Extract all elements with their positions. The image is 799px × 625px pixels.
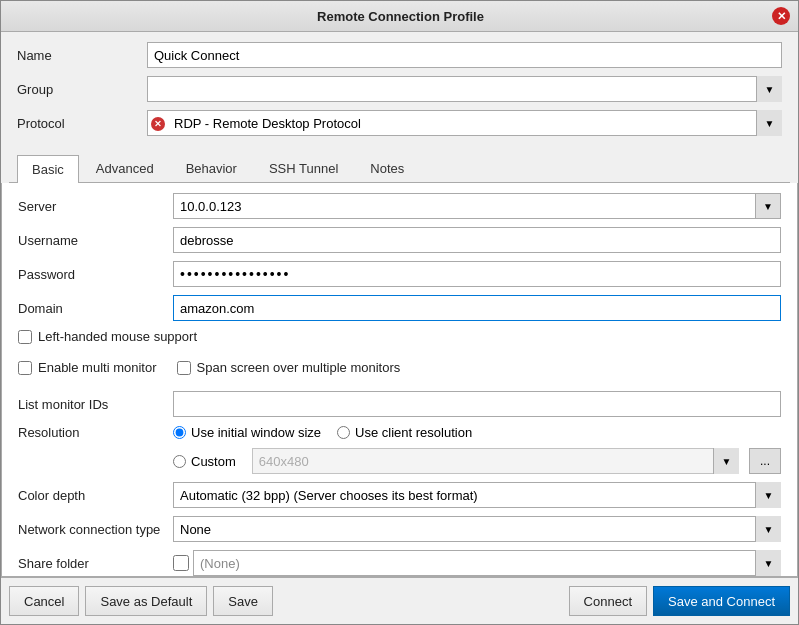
top-form: Name Group ▼ Protocol RDP - Remote Deskt… xyxy=(1,32,798,146)
use-initial-radio-option[interactable]: Use initial window size xyxy=(173,425,321,440)
left-handed-label: Left-handed mouse support xyxy=(38,329,197,344)
color-depth-row: Color depth Automatic (32 bpp) (Server c… xyxy=(18,482,781,508)
tabs-container: Basic Advanced Behavior SSH Tunnel Notes xyxy=(1,150,798,183)
use-client-radio-option[interactable]: Use client resolution xyxy=(337,425,472,440)
monitor-ids-label: List monitor IDs xyxy=(18,397,163,412)
color-depth-select-wrap: Automatic (32 bpp) (Server chooses its b… xyxy=(173,482,781,508)
cancel-button[interactable]: Cancel xyxy=(9,586,79,616)
group-select-wrapper: ▼ xyxy=(147,76,782,102)
color-depth-label: Color depth xyxy=(18,488,163,503)
checkboxes-row1: Left-handed mouse support xyxy=(18,329,781,352)
protocol-select-wrapper: RDP - Remote Desktop Protocol ✕ ▼ xyxy=(147,110,782,136)
checkboxes-row2: Enable multi monitor Span screen over mu… xyxy=(18,360,781,383)
network-type-row: Network connection type None ▼ xyxy=(18,516,781,542)
use-initial-radio[interactable] xyxy=(173,426,186,439)
protocol-label: Protocol xyxy=(17,116,137,131)
multi-monitor-checkbox-row: Enable multi monitor xyxy=(18,360,157,375)
close-button[interactable]: ✕ xyxy=(772,7,790,25)
resolution-label: Resolution xyxy=(18,425,163,440)
server-input[interactable] xyxy=(173,193,755,219)
tab-advanced[interactable]: Advanced xyxy=(81,154,169,182)
protocol-select[interactable]: RDP - Remote Desktop Protocol xyxy=(147,110,782,136)
tab-behavior[interactable]: Behavior xyxy=(171,154,252,182)
domain-input[interactable] xyxy=(173,295,781,321)
title-bar: Remote Connection Profile ✕ xyxy=(1,1,798,32)
resolution-row: Resolution Use initial window size Use c… xyxy=(18,425,781,440)
custom-resolution-row: Custom 640x480 ▼ ... xyxy=(18,448,781,474)
connect-button[interactable]: Connect xyxy=(569,586,647,616)
server-row: Server ▼ xyxy=(18,193,781,219)
share-folder-checkbox[interactable] xyxy=(173,555,189,571)
network-type-select[interactable]: None xyxy=(173,516,781,542)
tab-basic[interactable]: Basic xyxy=(17,155,79,183)
custom-radio[interactable] xyxy=(173,455,186,468)
span-screen-label: Span screen over multiple monitors xyxy=(197,360,401,375)
custom-select-wrap: 640x480 ▼ xyxy=(252,448,739,474)
tab-content-basic: Server ▼ Username Password Domain Left-h… xyxy=(1,183,798,577)
bottom-bar: Cancel Save as Default Save Connect Save… xyxy=(1,577,798,624)
username-input[interactable] xyxy=(173,227,781,253)
monitor-ids-row: List monitor IDs xyxy=(18,391,781,417)
name-input[interactable] xyxy=(147,42,782,68)
name-row: Name xyxy=(17,42,782,68)
multi-monitor-label: Enable multi monitor xyxy=(38,360,157,375)
bottom-spacer xyxy=(279,586,563,616)
tabs-row: Basic Advanced Behavior SSH Tunnel Notes xyxy=(9,154,790,183)
share-folder-select[interactable]: (None) xyxy=(193,550,781,576)
custom-resolution-select[interactable]: 640x480 xyxy=(252,448,739,474)
span-screen-checkbox[interactable] xyxy=(177,361,191,375)
username-label: Username xyxy=(18,233,163,248)
resolution-options: Use initial window size Use client resol… xyxy=(173,425,781,440)
dialog: Remote Connection Profile ✕ Name Group ▼… xyxy=(0,0,799,625)
share-folder-select-wrap: (None) ▼ xyxy=(173,550,781,576)
save-connect-button[interactable]: Save and Connect xyxy=(653,586,790,616)
name-label: Name xyxy=(17,48,137,63)
server-dropdown-button[interactable]: ▼ xyxy=(755,193,781,219)
custom-label: Custom xyxy=(191,454,236,469)
group-label: Group xyxy=(17,82,137,97)
server-select-wrap: ▼ xyxy=(173,193,781,219)
custom-radio-option[interactable]: Custom xyxy=(173,454,236,469)
save-default-button[interactable]: Save as Default xyxy=(85,586,207,616)
use-initial-label: Use initial window size xyxy=(191,425,321,440)
network-type-select-wrap: None ▼ xyxy=(173,516,781,542)
protocol-row: Protocol RDP - Remote Desktop Protocol ✕… xyxy=(17,110,782,136)
group-select[interactable] xyxy=(147,76,782,102)
share-folder-row: Share folder (None) ▼ xyxy=(18,550,781,576)
color-depth-select[interactable]: Automatic (32 bpp) (Server chooses its b… xyxy=(173,482,781,508)
span-screen-checkbox-row: Span screen over multiple monitors xyxy=(177,360,401,375)
multi-monitor-checkbox[interactable] xyxy=(18,361,32,375)
username-row: Username xyxy=(18,227,781,253)
tab-ssh-tunnel[interactable]: SSH Tunnel xyxy=(254,154,353,182)
custom-more-button[interactable]: ... xyxy=(749,448,781,474)
group-row: Group ▼ xyxy=(17,76,782,102)
password-input[interactable] xyxy=(173,261,781,287)
save-button[interactable]: Save xyxy=(213,586,273,616)
use-client-label: Use client resolution xyxy=(355,425,472,440)
left-handed-checkbox-row: Left-handed mouse support xyxy=(18,329,197,344)
network-type-label: Network connection type xyxy=(18,522,163,537)
dialog-title: Remote Connection Profile xyxy=(29,9,772,24)
share-folder-label: Share folder xyxy=(18,556,163,571)
domain-row: Domain xyxy=(18,295,781,321)
left-handed-checkbox[interactable] xyxy=(18,330,32,344)
tab-notes[interactable]: Notes xyxy=(355,154,419,182)
share-folder-inner-wrap: (None) ▼ xyxy=(193,550,781,576)
domain-label: Domain xyxy=(18,301,163,316)
use-client-radio[interactable] xyxy=(337,426,350,439)
password-label: Password xyxy=(18,267,163,282)
password-row: Password xyxy=(18,261,781,287)
monitor-ids-input[interactable] xyxy=(173,391,781,417)
server-label: Server xyxy=(18,199,163,214)
